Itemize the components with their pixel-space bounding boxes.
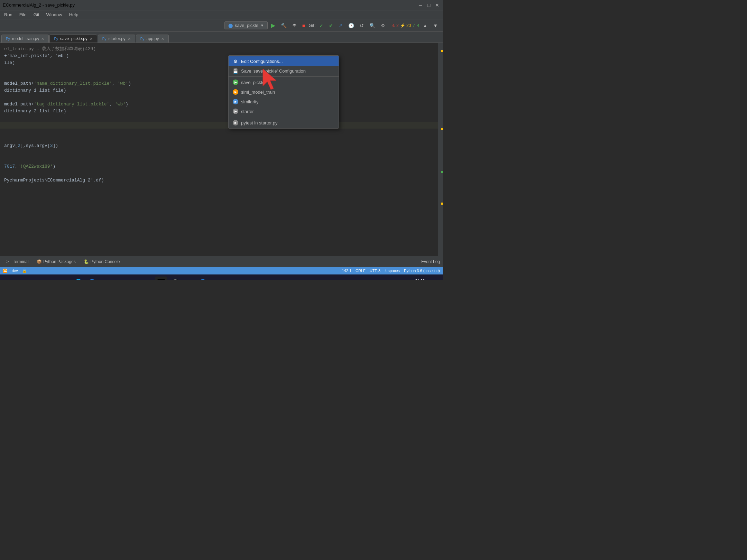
tray-input-method[interactable]: 中 <box>393 277 405 280</box>
interpreter: Python 3.6 (baseline) <box>404 269 440 273</box>
taskbar-start[interactable]: ⊞ <box>3 277 15 280</box>
stop-button[interactable]: ■ <box>300 22 307 29</box>
dropdown-edit-configurations[interactable]: ⚙ Edit Configurations... <box>229 56 339 66</box>
right-annotations[interactable] <box>438 43 443 256</box>
close-button[interactable]: ✕ <box>434 2 440 8</box>
code-line: argv[2],sys.argv[3]) <box>0 142 438 149</box>
event-log-label[interactable]: Event Log <box>421 259 440 264</box>
dropdown-config-save-pickle[interactable]: ▶ save_pickle <box>229 77 339 87</box>
warning-count: ⚡ 20 <box>400 23 411 28</box>
dropdown-config-similarity[interactable]: ▶ similarity <box>229 97 339 106</box>
menu-help[interactable]: Help <box>66 11 81 18</box>
taskbar-edge[interactable]: 🌐 <box>72 277 84 280</box>
dropdown-item-label: pytest in starter.py <box>241 120 278 125</box>
dropdown-config-starter[interactable]: ▶ starter <box>229 106 339 116</box>
run-blue-icon: ▶ <box>233 99 238 104</box>
code-line <box>0 129 438 136</box>
tab-close-button[interactable]: ✕ <box>90 37 93 41</box>
git-check-icon[interactable]: ✓ <box>317 22 325 29</box>
menu-git[interactable]: Git <box>31 11 42 18</box>
indent: 4 spaces <box>385 269 400 273</box>
tab-close-button[interactable]: ✕ <box>128 37 131 41</box>
annotation-marker <box>441 50 443 52</box>
gear-icon: ⚙ <box>233 58 238 64</box>
code-line: dictionary_2_list_file) <box>0 108 438 115</box>
menu-run[interactable]: Run <box>1 11 15 18</box>
settings-button[interactable]: ⚙ <box>379 22 387 29</box>
tab-py-icon: Py <box>6 37 10 41</box>
python-console-tab-label: Python Console <box>91 259 120 264</box>
annotation-marker <box>441 171 443 173</box>
git-tick-icon[interactable]: ✔ <box>327 22 335 29</box>
taskbar-person[interactable]: 👤 <box>196 277 209 280</box>
code-line: model_path+'name_dictionary_list.pickle'… <box>0 80 438 87</box>
tray-volume[interactable]: 🔊 <box>377 277 390 280</box>
tab-close-button[interactable]: ✕ <box>161 37 164 41</box>
taskbar-ie[interactable]: e <box>44 277 57 280</box>
terminal-tab[interactable]: >_ Terminal <box>3 258 32 265</box>
tray-expand[interactable]: ∧ <box>347 277 359 280</box>
tab-model-train[interactable]: Py model_train.py ✕ <box>1 35 49 43</box>
dropdown-save-configuration[interactable]: 💾 Save 'save_pickle' Configuration <box>229 66 339 76</box>
git-branch: dev <box>12 269 18 273</box>
git-revert-icon[interactable]: ↺ <box>358 22 366 29</box>
python-packages-tab[interactable]: 📦 Python Packages <box>33 258 79 265</box>
cursor-position: 142:1 <box>342 269 352 273</box>
git-history-icon[interactable]: 🕐 <box>346 22 356 29</box>
dropdown-item-label: simi_model_train <box>241 90 275 95</box>
taskbar-task-view[interactable]: ⧉ <box>30 277 43 280</box>
encoding: UTF-8 <box>370 269 380 273</box>
menu-file[interactable]: File <box>17 11 29 18</box>
taskbar-monitor[interactable]: 🖥 <box>183 277 195 280</box>
dropdown-config-simi-model-train[interactable]: ▶ simi_model_train <box>229 87 339 97</box>
toolbar: ⬤ save_pickle ▼ ▶ 🔨 ☂ ■ Git: ✓ ✔ ↗ 🕐 ↺ 🔍… <box>0 19 443 32</box>
menu-bar: Run File Git Window Help <box>0 10 443 19</box>
tray-dev-icon[interactable]: ⌨ <box>427 277 440 280</box>
status-bar: 🔀 dev 🔒 142:1 CRLF UTF-8 4 spaces Python… <box>0 267 443 274</box>
line-ending: CRLF <box>356 269 366 273</box>
dropdown-arrow-icon: ▼ <box>260 24 264 27</box>
title-bar: ECommercialAlg_2 - save_pickle.py ─ □ ✕ <box>0 0 443 10</box>
ok-count: ✓ 4 <box>412 23 419 28</box>
maximize-button[interactable]: □ <box>426 2 432 8</box>
taskbar-chrome[interactable]: 🔵 <box>86 277 98 280</box>
taskbar-file-manager[interactable]: 📁 <box>58 277 71 280</box>
code-line <box>0 156 438 163</box>
python-console-tab[interactable]: 🐍 Python Console <box>81 258 123 265</box>
minimize-button[interactable]: ─ <box>418 2 423 8</box>
dropdown-config-pytest[interactable]: ▶ pytest in starter.py <box>229 118 339 128</box>
taskbar-typora[interactable]: T <box>141 277 154 280</box>
build-button[interactable]: 🔨 <box>279 22 289 29</box>
tab-save-pickle[interactable]: Py save_pickle.py ✕ <box>49 35 97 43</box>
svg-rect-1 <box>157 279 165 280</box>
tab-py-icon: Py <box>102 37 107 41</box>
analysis-up-button[interactable]: ▲ <box>421 22 430 29</box>
event-log-area: Event Log <box>421 259 440 264</box>
taskbar-search[interactable]: 🔍 <box>17 277 29 280</box>
code-line: +'max_idf.pickle', 'wb') <box>0 53 438 59</box>
code-line: dictionary_1_list_file) <box>0 87 438 94</box>
taskbar-app2[interactable]: 💻 <box>127 277 140 280</box>
dropdown-item-label: Save 'save_pickle' Configuration <box>241 68 306 74</box>
annotation-marker <box>441 203 443 205</box>
tab-label: model_train.py <box>12 36 39 41</box>
coverage-button[interactable]: ☂ <box>290 22 299 29</box>
run-config-button[interactable]: ⬤ save_pickle ▼ <box>224 21 268 29</box>
menu-window[interactable]: Window <box>43 11 65 18</box>
git-branch-icon: 🔀 <box>3 269 8 273</box>
analysis-down-button[interactable]: ▼ <box>431 22 440 29</box>
run-config-label: save_pickle <box>235 23 258 28</box>
search-everywhere-button[interactable]: 🔍 <box>367 22 377 29</box>
taskbar-wechat[interactable]: 💬 <box>169 277 181 280</box>
tab-close-button[interactable]: ✕ <box>41 37 44 41</box>
taskbar-app1[interactable]: 📨 <box>113 277 126 280</box>
tray-network[interactable]: 🌐 <box>362 277 375 280</box>
taskbar-word[interactable]: W <box>100 277 112 280</box>
taskbar-pycharm[interactable]: PC <box>155 277 167 280</box>
tab-app[interactable]: Py app.py ✕ <box>136 35 169 43</box>
git-area: Git: ✓ ✔ ↗ 🕐 ↺ <box>308 22 366 29</box>
tab-starter[interactable]: Py starter.py ✕ <box>98 35 135 43</box>
git-push-icon[interactable]: ↗ <box>336 22 345 29</box>
code-editor[interactable]: el_train.py … 载入了数据和单词表(429) +'max_idf.p… <box>0 43 438 256</box>
run-button[interactable]: ▶ <box>269 21 277 30</box>
